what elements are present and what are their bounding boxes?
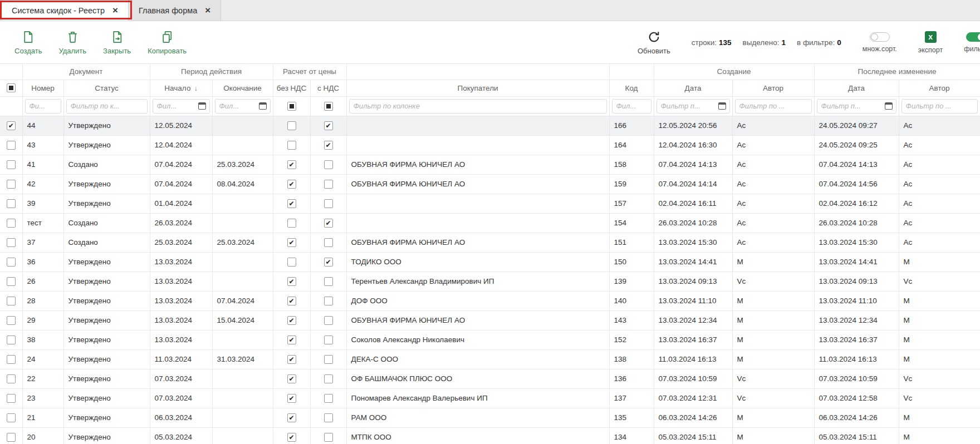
table-row[interactable]: 21Утверждено06.03.2024РАМ ООО13506.03.20… — [0, 408, 980, 427]
novat-checkbox[interactable] — [287, 238, 296, 247]
tab-main-form[interactable]: Главная форма × — [129, 0, 221, 21]
refresh-button[interactable]: Обновить — [638, 29, 670, 55]
column-header-buyers[interactable]: Покупатели — [346, 80, 609, 96]
row-select-checkbox[interactable] — [7, 355, 16, 364]
novat-checkbox[interactable] — [287, 336, 296, 344]
novat-checkbox[interactable] — [287, 141, 296, 150]
column-header-modified_author[interactable]: Автор — [899, 80, 980, 96]
create-button[interactable]: Создать — [14, 29, 42, 55]
filter-input-created_date[interactable] — [661, 102, 716, 110]
novat-checkbox[interactable] — [287, 433, 296, 442]
row-select-checkbox[interactable] — [7, 316, 16, 325]
multisort-toggle[interactable] — [870, 32, 890, 42]
vat-checkbox[interactable] — [324, 180, 333, 189]
filter-input-created_author[interactable] — [739, 102, 808, 110]
row-select-checkbox[interactable] — [7, 413, 16, 422]
column-header-select[interactable] — [0, 80, 22, 96]
vat-checkbox[interactable] — [324, 121, 333, 130]
table-row[interactable]: 22Утверждено07.03.2024ОФ БАШМАЧОК ПЛЮС О… — [0, 369, 980, 388]
table-row[interactable]: 37Создано25.03.202425.03.2024ОБУВНАЯ ФИР… — [0, 233, 980, 252]
column-header-status[interactable]: Статус — [63, 80, 150, 96]
novat-checkbox[interactable] — [287, 121, 296, 130]
column-header-modified_date[interactable]: Дата — [814, 80, 899, 96]
table-row[interactable]: 26Утверждено13.03.2024Терентьев Александ… — [0, 272, 980, 291]
table-row[interactable]: тестСоздано26.03.202415426.03.2024 10:28… — [0, 213, 980, 233]
vat-checkbox[interactable] — [324, 141, 333, 150]
filter-input-modified_author[interactable] — [906, 102, 974, 110]
calendar-icon[interactable] — [259, 102, 267, 110]
row-select-checkbox[interactable] — [7, 374, 16, 383]
filter-input-buyers[interactable] — [354, 102, 603, 110]
vat-checkbox[interactable] — [324, 316, 333, 325]
tab-close-icon[interactable]: × — [205, 6, 210, 15]
vat-checkbox[interactable] — [324, 355, 333, 364]
tab-discount-system-registry[interactable]: Система скидок - Реестр × — [2, 0, 129, 21]
novat-checkbox[interactable] — [287, 355, 296, 364]
filter-control[interactable]: фильтр — [964, 32, 980, 53]
novat-checkbox[interactable] — [287, 316, 296, 325]
tab-close-icon[interactable]: × — [112, 6, 118, 15]
vat-checkbox[interactable] — [324, 238, 333, 247]
vat-checkbox[interactable] — [324, 297, 333, 305]
vat-checkbox[interactable] — [324, 413, 333, 422]
table-row[interactable]: 23Утверждено07.03.2024Пономарев Александ… — [0, 388, 980, 408]
filter-input-modified_date[interactable] — [821, 102, 882, 110]
row-select-checkbox[interactable] — [7, 297, 16, 305]
column-header-code[interactable]: Код — [609, 80, 654, 96]
table-row[interactable]: 42Утверждено07.04.202408.04.2024ОБУВНАЯ … — [0, 174, 980, 194]
filter-input-start[interactable] — [157, 102, 195, 110]
calendar-icon[interactable] — [718, 102, 726, 110]
export-button[interactable]: x экспорт — [918, 31, 943, 54]
column-header-created_date[interactable]: Дата — [654, 80, 732, 96]
table-row[interactable]: 43Утверждено12.04.202416412.04.2024 16:3… — [0, 135, 980, 155]
vat-checkbox[interactable] — [324, 336, 333, 344]
vat-checkbox[interactable] — [324, 160, 333, 169]
column-header-novat[interactable]: без НДС — [273, 80, 310, 96]
row-select-checkbox[interactable] — [7, 141, 16, 150]
table-row[interactable]: 29Утверждено13.03.202415.04.2024ОБУВНАЯ … — [0, 310, 980, 330]
table-row[interactable]: 44Утверждено12.05.202416612.05.2024 20:5… — [0, 116, 980, 135]
novat-checkbox[interactable] — [287, 374, 296, 383]
novat-checkbox[interactable] — [287, 180, 296, 189]
table-row[interactable]: 38Утверждено13.03.2024Соколов Александр … — [0, 330, 980, 349]
novat-checkbox[interactable] — [287, 413, 296, 422]
vat-checkbox[interactable] — [324, 277, 333, 286]
table-row[interactable]: 36Утверждено13.03.2024ТОДИКО ООО15013.03… — [0, 252, 980, 272]
novat-checkbox[interactable] — [287, 277, 296, 286]
vat-checkbox[interactable] — [324, 258, 333, 267]
filter-input-code[interactable] — [616, 102, 648, 110]
row-select-checkbox[interactable] — [7, 199, 16, 208]
row-select-checkbox[interactable] — [7, 394, 16, 403]
novat-checkbox[interactable] — [287, 160, 296, 169]
row-select-checkbox[interactable] — [7, 238, 16, 247]
vat-checkbox[interactable] — [324, 433, 333, 442]
filter-input-status[interactable] — [71, 102, 144, 110]
filter-input-number[interactable] — [30, 102, 57, 110]
calendar-icon[interactable] — [198, 102, 206, 110]
vat-checkbox[interactable] — [324, 219, 333, 228]
novat-checkbox[interactable] — [287, 199, 296, 208]
row-select-checkbox[interactable] — [7, 433, 16, 442]
close-button[interactable]: Закрыть — [103, 29, 131, 55]
row-select-checkbox[interactable] — [7, 121, 16, 130]
calendar-icon[interactable] — [885, 102, 893, 110]
table-row[interactable]: 39Утверждено01.04.202415702.04.2024 16:1… — [0, 194, 980, 213]
table-row[interactable]: 28Утверждено13.03.202407.04.2024ДОФ ООО1… — [0, 291, 980, 310]
vat-checkbox[interactable] — [324, 199, 333, 208]
row-select-checkbox[interactable] — [7, 180, 16, 189]
column-header-vat[interactable]: с НДС — [310, 80, 346, 96]
filter-checkbox-vat[interactable] — [324, 102, 333, 111]
row-select-checkbox[interactable] — [7, 258, 16, 267]
row-select-checkbox[interactable] — [7, 277, 16, 286]
filter-checkbox-novat[interactable] — [287, 102, 296, 111]
column-header-start[interactable]: Начало↓ — [150, 80, 212, 96]
delete-button[interactable]: Удалить — [58, 29, 86, 55]
table-row[interactable]: 20Утверждено05.03.2024МТПК ООО13405.03.2… — [0, 427, 980, 444]
row-select-checkbox[interactable] — [7, 160, 16, 169]
novat-checkbox[interactable] — [287, 219, 296, 228]
select-all-checkbox[interactable] — [7, 83, 16, 92]
multisort-control[interactable]: множ.сорт. — [863, 32, 897, 53]
novat-checkbox[interactable] — [287, 394, 296, 403]
column-header-number[interactable]: Номер — [22, 80, 63, 96]
copy-button[interactable]: Копировать — [148, 29, 187, 55]
